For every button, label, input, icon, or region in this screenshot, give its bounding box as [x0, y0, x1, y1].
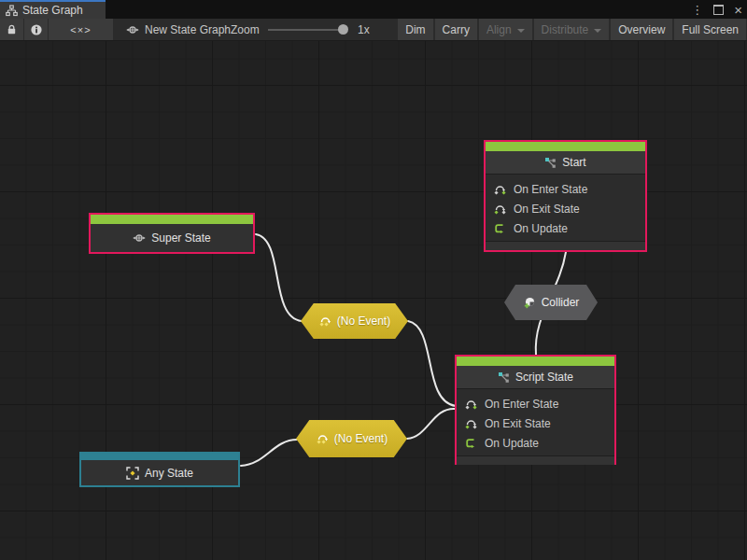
on-exit-state-icon	[493, 203, 507, 216]
event-no-event-1[interactable]: (No Event)	[301, 303, 408, 339]
on-update-icon	[493, 222, 507, 235]
align-dropdown[interactable]: Align	[479, 19, 532, 40]
collider-icon	[523, 296, 537, 310]
graph-name-area: New State Graph	[126, 19, 231, 40]
graph-node-icon	[498, 371, 510, 384]
zoom-value: 1x	[358, 19, 370, 40]
event-no-event-2[interactable]: (No Event)	[296, 420, 407, 457]
tab-bar: State Graph ⋮ ×	[0, 0, 747, 19]
event-collider[interactable]: Collider	[504, 285, 598, 320]
lock-icon	[6, 23, 18, 35]
on-update-icon	[464, 437, 478, 450]
node-title[interactable]: Script State	[457, 366, 614, 389]
kebab-menu-icon[interactable]: ⋮	[691, 4, 703, 16]
edge-noevent2-to-scriptstate[interactable]	[407, 409, 456, 439]
on-exit-state-icon	[464, 417, 478, 430]
node-footer	[486, 241, 645, 250]
state-header-bar	[457, 357, 614, 366]
zoom-label: Zoom	[231, 19, 260, 40]
graph-name-label: New State Graph	[145, 23, 231, 36]
overview-button[interactable]: Overview	[611, 19, 672, 40]
close-icon[interactable]: ×	[734, 3, 742, 17]
info-button[interactable]	[24, 19, 48, 40]
gizmo-icon	[126, 23, 139, 36]
on-enter-state-icon	[464, 398, 478, 411]
full-screen-button[interactable]: Full Screen	[674, 19, 746, 40]
port-on-enter-state[interactable]: On Enter State	[457, 394, 614, 413]
edge-superstate-to-noevent[interactable]	[256, 234, 302, 321]
super-state-gizmo-icon	[133, 231, 146, 245]
info-icon	[30, 23, 43, 36]
port-list: On Enter State On Exit State	[486, 175, 645, 241]
graph-toolbar: <×> New State Graph Zoom 1x Dim Carry	[0, 19, 747, 41]
code-view-button[interactable]: <×>	[49, 19, 113, 40]
zoom-slider-handle[interactable]	[338, 24, 348, 35]
port-on-update[interactable]: On Update	[457, 433, 614, 453]
maximize-icon[interactable]	[713, 5, 724, 15]
node-start[interactable]: Start On Enter State	[484, 140, 647, 252]
tab-state-graph[interactable]: State Graph	[0, 0, 106, 19]
chevron-down-icon	[517, 29, 525, 33]
node-footer	[457, 455, 614, 465]
any-state-icon	[126, 467, 139, 480]
chevron-down-icon	[594, 29, 601, 33]
node-super-state[interactable]: Super State	[89, 213, 255, 254]
graph-node-icon	[544, 157, 557, 169]
node-any-state[interactable]: Any State	[79, 452, 240, 487]
distribute-dropdown[interactable]: Distribute	[534, 19, 610, 40]
port-on-exit-state[interactable]: On Exit State	[486, 199, 645, 218]
zoom-slider-track[interactable]	[268, 29, 345, 31]
edge-noevent-to-scriptstate[interactable]	[408, 321, 456, 406]
no-event-icon	[318, 315, 332, 328]
no-event-icon	[316, 432, 330, 445]
port-on-enter-state[interactable]: On Enter State	[486, 179, 645, 199]
node-title[interactable]: Super State	[91, 224, 253, 252]
carry-button[interactable]: Carry	[435, 19, 477, 40]
state-graph-window: State Graph ⋮ × <×>	[0, 0, 747, 560]
code-icon: <×>	[70, 24, 91, 35]
tab-title: State Graph	[22, 4, 83, 17]
hierarchy-icon	[6, 5, 18, 17]
node-title[interactable]: Start	[486, 151, 645, 175]
port-on-update[interactable]: On Update	[486, 218, 645, 238]
edge-anystate-to-noevent[interactable]	[241, 440, 297, 466]
node-script-state[interactable]: Script State On Enter State	[455, 355, 616, 465]
window-controls: ⋮ ×	[691, 0, 742, 19]
lock-button[interactable]	[0, 19, 23, 40]
graph-canvas[interactable]: Start On Enter State	[0, 41, 747, 560]
state-header-bar	[91, 215, 253, 224]
toolbar-right-buttons: Dim Carry Align Distribute Overview Full…	[398, 19, 746, 40]
port-list: On Enter State On Exit State	[457, 389, 614, 455]
port-on-exit-state[interactable]: On Exit State	[457, 413, 614, 433]
state-header-bar	[486, 142, 645, 151]
dim-button[interactable]: Dim	[398, 19, 432, 40]
on-enter-state-icon	[493, 183, 507, 196]
any-state-header-bar	[81, 454, 238, 460]
node-title[interactable]: Any State	[81, 460, 238, 485]
